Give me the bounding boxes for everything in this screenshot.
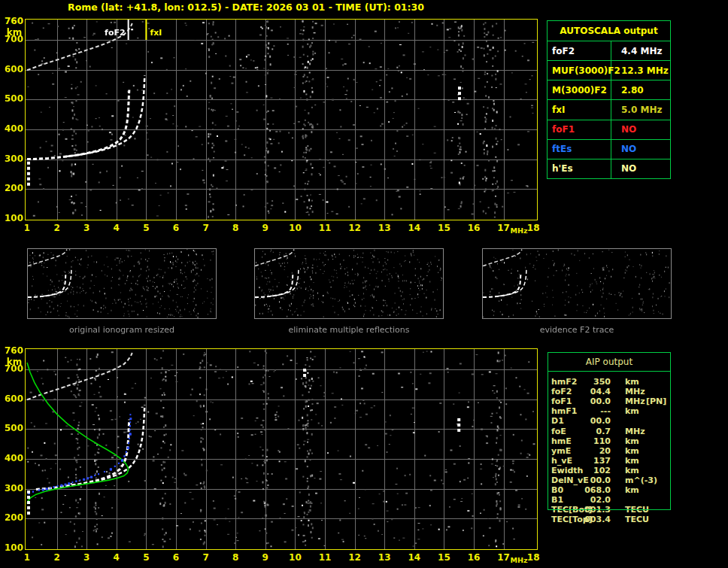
aip-row-value: 00.0 (575, 397, 611, 406)
x-axis-tick-label: 9 (256, 223, 275, 233)
x-axis-tick-label: 4 (108, 223, 126, 233)
autoscala-row-ftes: ftEsNO (548, 140, 670, 159)
x-axis-tick-label: 2 (48, 552, 66, 563)
x-axis-tick-label: 8 (226, 552, 244, 563)
aip-row-unit: km (625, 378, 639, 387)
autoscala-row-value: 12.3 MHz (611, 61, 670, 80)
x-axis-tick-label: 12 (346, 552, 364, 563)
autoscala-row-label: M(3000)F2 (548, 80, 611, 99)
aip-row-value: 110 (575, 437, 611, 446)
x-axis-tick-label: 11 (316, 552, 334, 563)
bottom-ionogram-canvas (25, 348, 538, 550)
x-axis-tick-label: 3 (77, 223, 96, 233)
thumbnail-caption-f2trace: evidence F2 trace (482, 325, 672, 335)
aip-row-value: 00.0 (575, 417, 611, 426)
aip-row-hve: h_vE137km (548, 457, 671, 466)
aip-row-unit: km (625, 437, 639, 446)
aip-row-fof2: foF204.4MHz (548, 387, 671, 397)
x-axis-tick-label: 6 (167, 552, 185, 563)
x-axis-tick-label: 6 (167, 223, 185, 233)
aip-row-label: foF2 (551, 387, 572, 396)
x-axis-tick-label: 3 (77, 552, 96, 563)
autoscala-row-fxi: fxI5.0 MHz (548, 100, 670, 120)
x-axis-tick-label: 7 (197, 552, 215, 563)
x-axis-tick-label: 10 (286, 223, 304, 233)
aip-row-value: --- (575, 407, 611, 416)
aip-row-value: 001.3 (575, 506, 611, 515)
aip-row-label: B0 (551, 486, 563, 495)
autoscala-row-label: MUF(3000)F2 (548, 61, 611, 80)
aip-row-label: D1 (551, 417, 564, 426)
autoscala-row-m3000f2: M(3000)F22.80 (548, 80, 670, 100)
y-axis-unit-label: km (5, 27, 24, 38)
x-axis-tick-label: 11 (316, 223, 334, 233)
aip-row-unit: km (625, 407, 639, 416)
y-axis-unit-label: km (5, 357, 24, 367)
aip-row-label: hmF1 (551, 407, 577, 416)
aip-row-hme: hmE110km (548, 437, 671, 447)
x-axis-tick-label: 15 (435, 223, 453, 233)
aip-row-unit: TECU (625, 515, 649, 524)
x-axis-tick-label: 5 (137, 552, 155, 563)
x-axis-tick-label: 4 (108, 552, 126, 563)
thumbnail-caption-eliminate: eliminate multiple reflections (254, 325, 444, 335)
x-axis-tick-label: 15 (435, 552, 453, 563)
autoscala-row-value: NO (611, 140, 670, 159)
autoscala-row-value: 5.0 MHz (611, 100, 670, 119)
page-title: Rome (lat: +41.8, lon: 012.5) - DATE: 20… (68, 2, 424, 13)
aip-row-unit: TECU (625, 506, 649, 515)
aip-row-label: foF1 (551, 397, 572, 406)
x-axis-tick-label: 7 (197, 223, 215, 233)
aip-row-value: 02.0 (575, 496, 611, 505)
aip-row-label: foE (551, 427, 566, 436)
fxi-marker-label: fxI (150, 28, 162, 38)
autoscala-row-label: h'Es (548, 159, 611, 178)
autoscala-panel-header: AUTOSCALA output (548, 21, 670, 41)
x-axis-tick-label: 9 (256, 552, 275, 563)
aip-row-unit: MHz (625, 397, 645, 406)
y-axis-tick-label: 300 (0, 484, 23, 494)
x-axis-tick-label: 1 (18, 552, 36, 563)
y-axis-tick-label: 200 (0, 184, 23, 193)
thumbnail-f2-canvas (482, 248, 672, 319)
fof2-marker-label: foF2 (105, 28, 126, 38)
x-axis-unit-label: MHz (508, 556, 530, 564)
autoscala-row-fof1: foF1NO (548, 120, 670, 140)
aip-row-extra: [PN] (646, 397, 666, 406)
aip-row-hmf1: hmF1---km (548, 407, 671, 417)
x-axis-tick-label: 5 (137, 223, 155, 233)
x-axis-tick-label: 14 (405, 223, 423, 233)
autoscala-row-value: NO (611, 159, 670, 178)
aip-row-fof1: foF100.0MHz[PN] (548, 397, 671, 407)
x-axis-tick-label: 12 (346, 223, 364, 233)
y-axis-tick-label: 500 (0, 424, 23, 433)
x-axis-tick-label: 16 (465, 223, 483, 233)
x-axis-tick-label: 13 (375, 223, 393, 233)
autoscala-row-fof2: foF24.4 MHz (548, 41, 670, 61)
autoscala-row-label: fxI (548, 100, 611, 119)
autoscala-row-value: NO (611, 120, 670, 139)
aip-row-yme: ymE20km (548, 447, 671, 457)
aip-row-value: 04.4 (575, 387, 611, 396)
autoscala-row-value: 4.4 MHz (611, 41, 670, 60)
top-ionogram-canvas (25, 19, 538, 220)
y-axis-tick-label: 760 (0, 17, 23, 26)
x-axis-tick-label: 2 (48, 223, 66, 233)
aip-output-panel: AIP output hmF2350kmfoF204.4MHzfoF100.0M… (548, 352, 671, 525)
y-axis-tick-label: 400 (0, 124, 23, 134)
aip-row-unit: km (625, 447, 639, 456)
aip-row-delnve: DelN_vE00.0m^(-3) (548, 476, 671, 486)
y-axis-tick-label: 300 (0, 154, 23, 164)
aip-row-label: h_vE (551, 457, 572, 466)
aip-row-value: 003.4 (575, 515, 611, 524)
autoscala-row-label: foF1 (548, 120, 611, 139)
y-axis-tick-label: 400 (0, 454, 23, 463)
aip-row-unit: m^(-3) (625, 476, 657, 485)
aip-row-label: hmF2 (551, 378, 577, 387)
aip-row-label: ymE (551, 447, 571, 456)
aip-row-value: 102 (575, 466, 611, 475)
x-axis-tick-label: 13 (375, 552, 393, 563)
aip-row-value: 068.0 (575, 486, 611, 495)
aip-row-unit: MHz (625, 427, 645, 436)
autoscala-row-label: ftEs (548, 140, 611, 159)
